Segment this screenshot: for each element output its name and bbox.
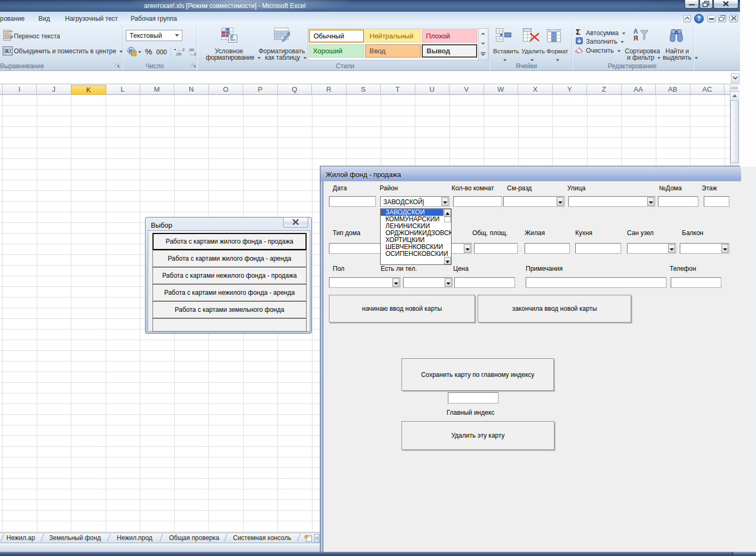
svg-text:Я: Я bbox=[633, 35, 638, 42]
svg-text:А: А bbox=[633, 28, 638, 35]
svg-text:,00: ,00 bbox=[175, 52, 182, 56]
svg-text:→,0: →,0 bbox=[189, 52, 196, 56]
